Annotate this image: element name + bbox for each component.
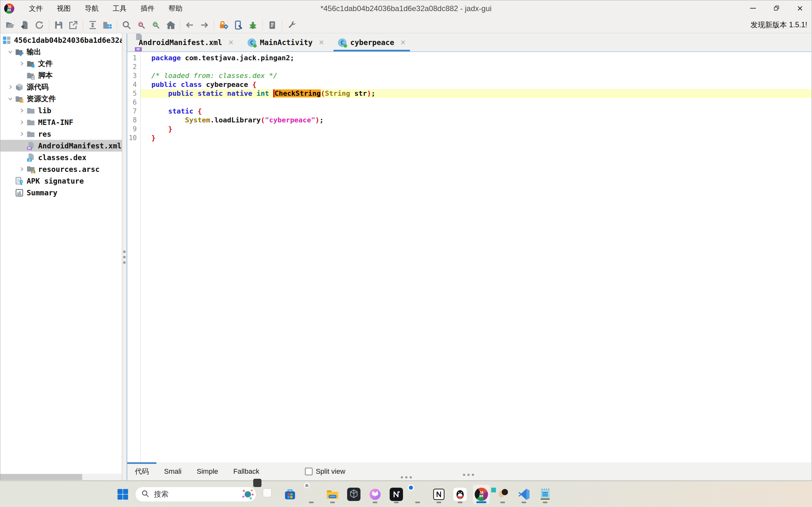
close-button[interactable]: × xyxy=(788,0,812,16)
tree-expander-closed[interactable] xyxy=(17,107,26,114)
tree-item-summary[interactable]: Summary xyxy=(0,187,122,199)
sidebar-horizontal-scrollbar[interactable] xyxy=(0,474,122,481)
class-search-button[interactable] xyxy=(149,19,162,32)
sidebar-splitter[interactable] xyxy=(122,34,126,481)
tree-expander-closed[interactable] xyxy=(17,119,26,126)
tree-expander-closed[interactable] xyxy=(5,83,15,91)
update-notice-link[interactable]: 发现新版本 1.5.1! xyxy=(751,20,807,30)
nav-forward-button[interactable] xyxy=(198,19,211,32)
debugger-button[interactable] xyxy=(247,19,259,32)
menu-item-3[interactable]: 工具 xyxy=(106,1,134,16)
tree-item--[interactable]: 源代码 xyxy=(0,81,122,93)
taskbar-file-explorer-button[interactable] xyxy=(324,485,341,504)
tab-cyberpeace[interactable]: Ccyberpeace× xyxy=(334,34,410,51)
view-tab-fallback[interactable]: Fallback xyxy=(225,462,267,481)
adb-connect-button[interactable] xyxy=(232,19,245,32)
close-tab-icon[interactable]: × xyxy=(319,38,324,47)
taskbar-qq-button[interactable] xyxy=(452,485,469,504)
tree-item-res[interactable]: res xyxy=(0,128,122,140)
tree-expander-closed[interactable] xyxy=(17,166,26,173)
menu-item-5[interactable]: 帮助 xyxy=(161,1,190,16)
tab-mainactivity[interactable]: CMainActivity× xyxy=(243,34,328,51)
open-file-button[interactable] xyxy=(4,19,16,32)
deobfuscation-button[interactable] xyxy=(217,19,230,32)
start-button[interactable] xyxy=(114,485,132,504)
close-tab-icon[interactable]: × xyxy=(229,38,234,47)
text-search-button[interactable] xyxy=(135,19,148,32)
split-view-checkbox[interactable] xyxy=(305,468,312,475)
taskbar-edge-button[interactable] xyxy=(303,485,320,504)
tree-item-lib[interactable]: lib xyxy=(0,105,122,116)
resize-grip[interactable] xyxy=(463,474,474,476)
tab-androidmanifest-xml[interactable]: MFAndroidManifest.xml× xyxy=(131,34,238,51)
folder-out-icon xyxy=(15,48,24,56)
view-tab-simple[interactable]: Simple xyxy=(189,462,225,481)
folder-arsc-icon xyxy=(26,165,35,174)
search-highlights-globe-icon[interactable] xyxy=(242,488,254,501)
taskbar-notepad-button[interactable] xyxy=(537,485,554,504)
resize-grip[interactable] xyxy=(401,476,412,478)
add-files-button[interactable] xyxy=(18,19,31,32)
tree-item-label: resources.arsc xyxy=(38,165,100,173)
code-editor[interactable]: 12345678910 package com.testjava.jack.pi… xyxy=(127,53,811,462)
settings-button[interactable] xyxy=(285,19,298,32)
expander-spacer xyxy=(17,72,26,79)
tree-expander-open[interactable] xyxy=(5,48,15,56)
taskbar-task-view-button[interactable] xyxy=(260,485,277,504)
start-page-button[interactable] xyxy=(164,19,177,32)
nav-back-button[interactable] xyxy=(184,19,196,32)
line-number: 9 xyxy=(127,125,140,133)
reload-button[interactable] xyxy=(33,19,46,32)
code-area[interactable]: package com.testjava.jack.pingan2;/* loa… xyxy=(141,53,811,462)
file-mf-icon: MF xyxy=(26,142,35,150)
tree-item--[interactable]: 资源文件 xyxy=(0,93,122,105)
sync-with-editor-button[interactable] xyxy=(101,19,114,32)
settings-icon xyxy=(287,20,296,30)
tab-label: AndroidManifest.xml xyxy=(139,38,222,47)
running-indicator xyxy=(476,501,487,503)
taskbar-microsoft-store-button[interactable] xyxy=(282,485,299,504)
file-explorer-icon xyxy=(326,488,339,501)
taskbar-search[interactable]: 搜索 xyxy=(135,487,256,502)
search-button[interactable] xyxy=(120,19,133,32)
reload-icon xyxy=(35,20,44,30)
tree-item-456c1dab04b24036ba1d6e32a08dc882[interactable]: 456c1dab04b24036ba1d6e32a08dc882 xyxy=(0,34,122,46)
tree-item-resources-arsc[interactable]: resources.arsc xyxy=(0,163,122,175)
microsoft-store-icon xyxy=(283,488,297,501)
taskbar-chrome-button[interactable] xyxy=(409,485,426,504)
minimize-button[interactable] xyxy=(741,0,765,16)
taskbar-jadx-button[interactable]: JADX xyxy=(473,485,490,504)
view-tab-代码[interactable]: 代码 xyxy=(127,462,156,481)
log-viewer-button[interactable] xyxy=(266,19,278,32)
tree-item--[interactable]: 文件 xyxy=(0,58,122,69)
taskbar-photo-viewer-button[interactable] xyxy=(494,485,511,504)
taskbar-dark-cube-app-button[interactable] xyxy=(345,485,362,504)
taskbar-dark-n-app-button[interactable] xyxy=(388,485,405,504)
tree-item-androidmanifest-xml[interactable]: MFAndroidManifest.xml xyxy=(0,140,122,152)
tree-item-classes-dex[interactable]: Jclasses.dex xyxy=(0,152,122,163)
tree-item--[interactable]: 输出 xyxy=(0,46,122,58)
fit-width-button[interactable] xyxy=(86,19,99,32)
menu-item-0[interactable]: 文件 xyxy=(22,1,50,16)
tree-expander-closed[interactable] xyxy=(17,130,26,138)
close-tab-icon[interactable]: × xyxy=(400,38,406,47)
tree-item--[interactable]: 脚本 xyxy=(0,69,122,81)
scrollbar-thumb[interactable] xyxy=(0,474,82,480)
export-button[interactable] xyxy=(67,19,80,32)
line-number: 7 xyxy=(127,107,140,116)
tree-item-apk-signature[interactable]: APK signature xyxy=(0,175,122,187)
tree-expander-closed[interactable] xyxy=(17,60,26,67)
taskbar-notion-button[interactable] xyxy=(430,485,447,504)
selected-symbol[interactable]: CheckString xyxy=(273,90,321,97)
menu-item-1[interactable]: 视图 xyxy=(50,1,78,16)
taskbar-vscode-button[interactable] xyxy=(515,485,532,504)
menu-item-4[interactable]: 插件 xyxy=(134,1,161,16)
tree-expander-open[interactable] xyxy=(5,95,15,103)
tree-item-meta-inf[interactable]: META-INF xyxy=(0,116,122,128)
restore-button[interactable] xyxy=(765,0,788,16)
menu-item-2[interactable]: 导航 xyxy=(78,1,106,16)
view-tab-smali[interactable]: Smali xyxy=(156,462,189,481)
save-all-button[interactable] xyxy=(52,19,65,32)
split-view-toggle[interactable]: Split view xyxy=(305,467,345,475)
taskbar-cat-app-button[interactable] xyxy=(366,485,384,504)
